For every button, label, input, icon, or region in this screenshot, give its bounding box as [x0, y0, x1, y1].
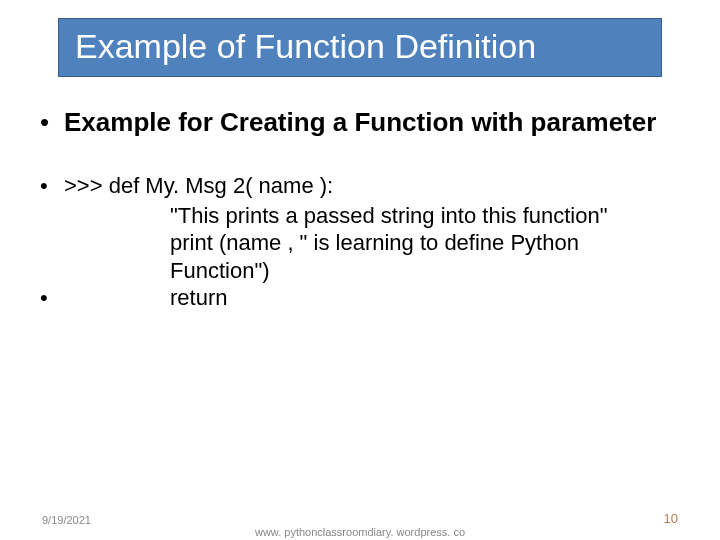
code-line-3: print (name , " is learning to define Py… — [40, 229, 680, 284]
code-line-2: "This prints a passed string into this f… — [40, 202, 680, 230]
heading-bullet: Example for Creating a Function with par… — [40, 107, 680, 138]
slide: Example of Function Definition Example f… — [0, 0, 720, 540]
page-number: 10 — [664, 511, 678, 526]
code-return-text: return — [64, 284, 227, 312]
footer-center-line1: www. pythonclassroomdiary. wordpress. co — [255, 526, 465, 538]
footer-date: 9/19/2021 — [42, 514, 91, 526]
bullet-list: Example for Creating a Function with par… — [40, 107, 680, 312]
code-line-4: return — [40, 284, 680, 312]
code-line-1: >>> def My. Msg 2( name ): — [40, 172, 680, 200]
footer-center: www. pythonclassroomdiary. wordpress. co… — [0, 526, 720, 540]
slide-title: Example of Function Definition — [58, 18, 662, 77]
